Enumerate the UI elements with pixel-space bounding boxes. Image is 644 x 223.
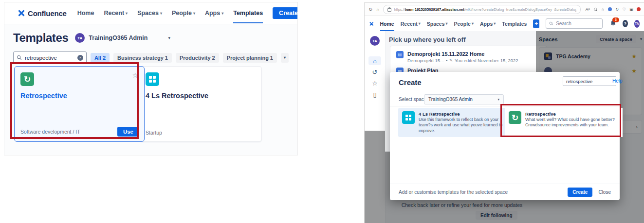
nav-item-spaces[interactable]: Spaces▾ [137, 10, 162, 17]
dialog-title: Create [399, 78, 422, 86]
extension-icon[interactable] [608, 7, 612, 11]
nav-item-templates[interactable]: Templates [502, 21, 527, 27]
space-selector-label[interactable]: TrainingO365 Admin [89, 34, 147, 41]
page-icon: ▤ [396, 51, 404, 58]
nav-item-templates[interactable]: Templates [233, 10, 263, 17]
nav-item-people[interactable]: People▾ [454, 21, 474, 27]
padlock-icon [387, 8, 391, 12]
create-dialog: Create retrospective Help Select space T… [390, 72, 620, 200]
address-bar[interactable]: https://team-1615205039167.atlassian.net… [383, 5, 581, 14]
feed-heading: Pick up where you left off [389, 36, 465, 43]
confluence-top-nav: Home Recent▾ Spaces▾ People▾ Apps▾ Templ… [365, 16, 644, 31]
help-icon[interactable]: ? [623, 20, 628, 27]
filter-chip-business-strategy[interactable]: Business strategy1 [113, 53, 172, 63]
red-highlight-box [10, 62, 139, 139]
search-icon [549, 21, 553, 26]
grid-2x2-icon [146, 72, 159, 86]
user-avatar[interactable]: TA [634, 20, 640, 28]
clear-search-icon[interactable]: × [77, 55, 83, 61]
zoom-icon[interactable] [593, 7, 598, 12]
template-category: Startup [146, 130, 162, 136]
filter-chip-all[interactable]: All2 [91, 53, 110, 63]
template-title: 4 Ls Retrospective [146, 92, 256, 100]
pencil-icon: ✎ [449, 58, 453, 63]
page-header: Templates TA TrainingO365 Admin ▾ [13, 31, 289, 45]
template-filter-input[interactable]: retrospective [563, 76, 616, 86]
filter-value: retrospective [566, 79, 592, 84]
chevron-down-icon: ▾ [193, 11, 195, 16]
nav-item-recent[interactable]: Recent▾ [104, 10, 128, 17]
template-option-title: 4 Ls Retrospective [419, 111, 505, 117]
modal-dim-overlay [365, 131, 385, 223]
search-placeholder: Search [556, 21, 571, 26]
chevron-down-icon: ▾ [126, 11, 128, 16]
sidebar-avatar[interactable]: TA [370, 36, 380, 46]
chevron-down-icon[interactable]: ▾ [168, 35, 170, 40]
reload-icon[interactable]: ↻ [368, 7, 372, 12]
favorite-star-icon[interactable]: ☆ [601, 7, 605, 12]
browser-home-icon[interactable]: ⌂ [376, 7, 379, 12]
nav-item-recent[interactable]: Recent▾ [401, 21, 421, 27]
profile-recording-icon[interactable] [637, 7, 641, 11]
bullet-separator: • [446, 58, 447, 63]
nav-item-home[interactable]: Home [380, 21, 394, 27]
history-icon[interactable]: ↺ [368, 68, 381, 76]
page-title: Demoprojekt 15.11.2022 Home [407, 51, 518, 57]
help-link[interactable]: Help [612, 78, 623, 84]
nav-item-apps[interactable]: Apps▾ [480, 21, 496, 27]
chevron-down-icon: ▾ [221, 11, 223, 16]
filter-chip-productivity[interactable]: Productivity2 [176, 53, 219, 63]
top-nav: Confluence Home Recent▾ Spaces▾ People▾ … [4, 2, 297, 24]
browser-toolbar-icons: Aª ☆ ↻ ♡ ▣ [586, 7, 641, 12]
template-card-4ls-retrospective[interactable]: 4 Ls Retrospective Startup [139, 66, 262, 142]
chevron-down-icon: ▾ [494, 21, 496, 26]
browser-chrome: ↻ ⌂ https://team-1615205039167.atlassian… [365, 3, 644, 16]
selected-space: TrainingO365 Admin [428, 97, 473, 102]
chevron-down-icon: ▾ [472, 21, 474, 26]
tutorial-composite: Confluence Home Recent▾ Spaces▾ People▾ … [0, 0, 644, 223]
app-content: TA ⌂ ↺ ☆ ▯ Pick up where you left off ▤ … [365, 31, 644, 223]
global-search-input[interactable]: Search [546, 18, 603, 29]
dialog-close-button[interactable]: Close [598, 189, 611, 195]
select-space-label: Select space [399, 97, 426, 102]
red-highlight-box [500, 104, 621, 137]
chevron-down-icon: ▾ [446, 21, 448, 26]
chevron-down-icon: ▾ [160, 11, 162, 16]
chevron-down-icon: ▾ [419, 21, 421, 26]
confluence-browser-window: ↻ ⌂ https://team-1615205039167.atlassian… [364, 2, 644, 223]
document-icon[interactable]: ▯ [368, 90, 381, 99]
immersive-reader-icon[interactable]: Aª [586, 7, 590, 12]
recent-page-item[interactable]: ▤ Demoprojekt 15.11.2022 Home Demoprojek… [396, 51, 541, 63]
nav-links: Home Recent▾ Spaces▾ People▾ Apps▾ Templ… [77, 10, 263, 17]
dialog-template-option-4ls[interactable]: 4 Ls Retrospective Use this framework to… [398, 108, 509, 137]
nav-item-spaces[interactable]: Spaces▾ [427, 21, 448, 27]
layers-icon[interactable]: ▣ [629, 7, 633, 12]
customise-templates-link[interactable]: Add or customise templates for the selec… [399, 189, 508, 195]
url-text: https://team-1615205039167.atlassian.net… [394, 7, 576, 12]
confluence-logo-text: Confluence [28, 9, 67, 17]
dialog-footer: Add or customise templates for the selec… [390, 184, 620, 200]
notification-badge: 3 [612, 17, 619, 22]
create-button[interactable]: Create [273, 7, 298, 19]
confluence-logo-mark [18, 10, 25, 17]
nav-item-people[interactable]: People▾ [172, 10, 195, 17]
search-icon [17, 55, 22, 60]
nav-item-apps[interactable]: Apps▾ [205, 10, 223, 17]
dialog-create-button[interactable]: Create [568, 188, 592, 197]
quick-create-button[interactable]: + [533, 19, 539, 28]
chevron-down-icon: ▾ [497, 98, 499, 102]
filter-chip-project-planning[interactable]: Project planning1 [223, 53, 277, 63]
space-avatar: TA [75, 33, 85, 43]
sync-icon[interactable]: ↻ [615, 7, 619, 12]
nav-item-home[interactable]: Home [77, 10, 94, 17]
template-option-description: Use this framework to reflect back on yo… [419, 117, 505, 134]
home-icon[interactable]: ⌂ [368, 56, 381, 65]
confluence-logo[interactable]: Confluence [18, 9, 67, 17]
star-icon[interactable]: ☆ [368, 79, 381, 87]
confluence-logo-mark[interactable] [369, 21, 374, 27]
search-value: retrospective [25, 55, 74, 61]
more-filters-chevron[interactable]: ▾ [281, 53, 289, 63]
notifications-bell-icon[interactable]: 3 [610, 19, 616, 28]
space-select-dropdown[interactable]: TrainingO365 Admin ▾ [424, 94, 504, 104]
collections-heart-icon[interactable]: ♡ [622, 7, 626, 12]
